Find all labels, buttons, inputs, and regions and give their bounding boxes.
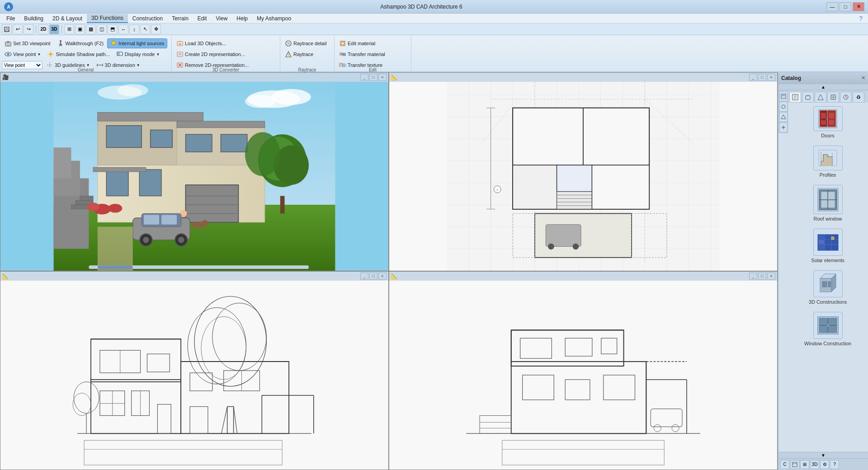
- help-icon[interactable]: ?: [855, 15, 866, 22]
- vp-front-maximize[interactable]: □: [369, 273, 377, 280]
- view-btn-3[interactable]: ◫: [97, 24, 107, 34]
- mode-3d-btn[interactable]: 3D: [49, 24, 59, 34]
- cat-tool-btn-3[interactable]: [779, 112, 788, 122]
- viewport-3d[interactable]: 🎥 _ □ ×: [0, 72, 389, 271]
- vp-side-minimize[interactable]: _: [749, 273, 757, 280]
- mode-2d-btn[interactable]: 2D: [38, 24, 48, 34]
- dimension-dropdown-icon[interactable]: ▼: [137, 63, 140, 67]
- quick-undo-btn[interactable]: ↩: [13, 24, 23, 34]
- menu-terrain[interactable]: Terrain: [167, 14, 193, 23]
- catalog-item-profiles[interactable]: Profiles: [791, 146, 864, 178]
- cat-tool-btn-4[interactable]: [779, 122, 788, 132]
- menu-file[interactable]: File: [2, 14, 19, 23]
- grid-btn[interactable]: ⊞: [64, 24, 74, 34]
- catalog-tab-6[interactable]: ♻: [853, 92, 864, 103]
- vp-side-close[interactable]: ×: [767, 273, 775, 280]
- create-2d-repr-btn[interactable]: Create 2D representation...: [174, 49, 248, 59]
- display-mode-dropdown-icon[interactable]: ▼: [156, 52, 160, 56]
- cat-bottom-btn-4[interactable]: 3D: [810, 460, 819, 469]
- catalog-item-window-construction[interactable]: Window Construction: [791, 312, 864, 346]
- menu-my-ashampoo[interactable]: My Ashampoo: [252, 14, 296, 23]
- view-btn-1[interactable]: ▣: [75, 24, 85, 34]
- edit-material-btn[interactable]: Edit material: [336, 38, 378, 48]
- move-tool[interactable]: ✥: [151, 24, 161, 34]
- menu-3d-functions[interactable]: 3D Functions: [87, 14, 128, 23]
- viewport-floor-plan[interactable]: 📐 _ □ ×: [389, 72, 778, 271]
- catalog-item-3d-constructions[interactable]: 3D Constructions: [791, 270, 864, 305]
- cat-tool-btn-2[interactable]: [779, 102, 788, 112]
- internal-light-label: Internal light sources: [118, 41, 165, 46]
- vp-3d-minimize[interactable]: _: [360, 74, 368, 81]
- svg-line-21: [115, 41, 116, 42]
- catalog-tab-3[interactable]: [815, 92, 826, 103]
- svg-rect-91: [186, 134, 212, 152]
- svg-rect-152: [513, 108, 583, 165]
- view-point-btn[interactable]: View point ▼: [2, 49, 43, 59]
- catalog-item-doors[interactable]: Doors: [791, 106, 864, 138]
- transfer-material-btn[interactable]: Transfer material: [336, 49, 388, 59]
- 3d-constructions-icon: [813, 270, 843, 297]
- cat-tool-btn-1[interactable]: [779, 91, 788, 101]
- vp-3d-icon: 🎥: [2, 74, 9, 80]
- catalog-close-icon[interactable]: ✕: [861, 75, 865, 81]
- maximize-button[interactable]: □: [840, 2, 851, 11]
- cat-bottom-btn-6[interactable]: ?: [830, 460, 839, 469]
- cat-bottom-btn-1[interactable]: C: [780, 460, 789, 469]
- vp-3d-header: 🎥 _ □ ×: [0, 73, 388, 82]
- quick-save-btn[interactable]: [2, 24, 12, 34]
- select-tool[interactable]: ↖: [140, 24, 150, 34]
- set-3d-viewpoint-btn[interactable]: Set 3D viewpoint: [2, 38, 53, 48]
- view-point-dropdown-icon[interactable]: ▼: [38, 52, 41, 56]
- vp-side-maximize[interactable]: □: [758, 273, 766, 280]
- catalog-tab-main[interactable]: [789, 92, 801, 103]
- vp-plan-close[interactable]: ×: [767, 74, 775, 81]
- vp-3d-close[interactable]: ×: [378, 74, 387, 81]
- cat-bottom-btn-2[interactable]: [790, 460, 799, 469]
- view-btn-2[interactable]: ▦: [86, 24, 96, 34]
- catalog-tab-4[interactable]: [827, 92, 839, 103]
- viewport-front-elevation[interactable]: 📐 _ □ ×: [0, 271, 389, 470]
- menu-bar: File Building 2D & Layout 3D Functions C…: [0, 14, 868, 24]
- quick-redo-btn[interactable]: ↪: [24, 24, 33, 34]
- menu-building[interactable]: Building: [19, 14, 48, 23]
- solar-label: Solar elements: [811, 258, 844, 263]
- vp-front-minimize[interactable]: _: [360, 273, 368, 280]
- menu-edit[interactable]: Edit: [193, 14, 212, 23]
- minimize-button[interactable]: —: [826, 2, 838, 11]
- catalog-item-solar[interactable]: Solar elements: [791, 229, 864, 263]
- menu-help[interactable]: Help: [232, 14, 252, 23]
- menu-construction[interactable]: Construction: [128, 14, 167, 23]
- vp-plan-maximize[interactable]: □: [758, 74, 766, 81]
- raytrace-btn[interactable]: Raytrace: [282, 49, 316, 59]
- catalog-tab-2[interactable]: [802, 92, 814, 103]
- vp-side-icon: 📐: [391, 273, 398, 279]
- view-btn-4[interactable]: ⬒: [108, 24, 118, 34]
- svg-point-67: [271, 89, 311, 105]
- cat-bottom-btn-3[interactable]: ⊞: [800, 460, 809, 469]
- menu-view[interactable]: View: [212, 14, 232, 23]
- raytrace-detail-btn[interactable]: Raytrace detail: [282, 38, 329, 48]
- catalog-tab-5[interactable]: [840, 92, 852, 103]
- vp-3d-maximize[interactable]: □: [369, 74, 377, 81]
- catalog-item-roof-window[interactable]: Roof window: [791, 185, 864, 221]
- app-logo: A: [4, 2, 16, 12]
- walkthrough-btn[interactable]: Walkthrough (F2): [54, 38, 107, 48]
- internal-light-btn[interactable]: Internal light sources: [107, 38, 167, 48]
- catalog-scroll-down[interactable]: ▼: [778, 452, 868, 458]
- svg-rect-242: [806, 96, 810, 99]
- simulate-shadow-btn[interactable]: Simulate Shadow path...: [44, 49, 112, 59]
- viewport-side-elevation[interactable]: 📐 _ □ ×: [389, 271, 778, 470]
- vp-plan-minimize[interactable]: _: [749, 74, 757, 81]
- vp-front-close[interactable]: ×: [378, 273, 387, 280]
- close-button[interactable]: ✕: [853, 2, 864, 11]
- catalog-scroll-up[interactable]: ▲: [778, 84, 868, 90]
- view-btn-6[interactable]: ↕: [129, 24, 139, 34]
- load-3d-objects-btn[interactable]: Load 3D Objects...: [174, 38, 229, 48]
- svg-point-164: [548, 244, 554, 250]
- guidelines-dropdown-icon[interactable]: ▼: [86, 63, 90, 67]
- cat-bottom-btn-5[interactable]: ⚙: [820, 460, 829, 469]
- simulate-shadow-label: Simulate Shadow path...: [56, 52, 109, 57]
- menu-2d-layout[interactable]: 2D & Layout: [48, 14, 87, 23]
- display-mode-btn[interactable]: Display mode ▼: [113, 49, 163, 59]
- view-btn-5[interactable]: ↔: [118, 24, 128, 34]
